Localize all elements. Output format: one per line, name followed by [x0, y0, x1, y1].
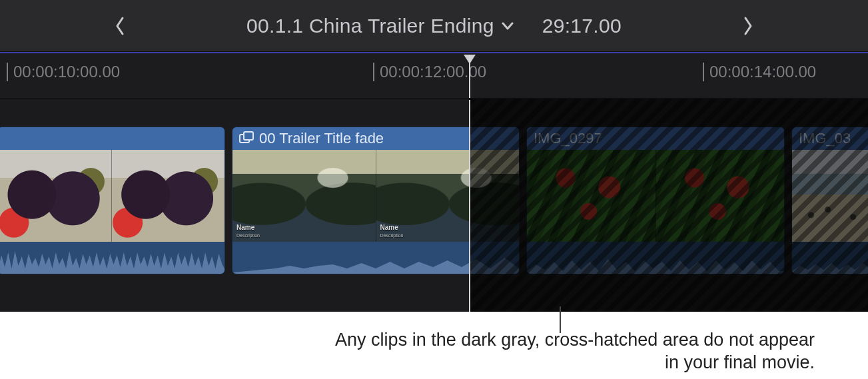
- clip-audio-waveform: [232, 242, 519, 274]
- clip-audio-waveform: [527, 242, 784, 274]
- clip-thumbnails: [527, 150, 784, 243]
- clip-titlebar: 00 Trailer Title fade: [232, 127, 519, 150]
- timeline-editor: 00.1.1 China Trailer Ending 29:17.00 00:…: [0, 0, 868, 312]
- ruler-mark: 00:00:14:00.00: [703, 63, 816, 81]
- clip-thumbnail: [527, 150, 656, 243]
- title-overlay-line2: Description: [236, 232, 260, 239]
- nav-next-button[interactable]: [728, 0, 768, 52]
- clip-title: 00 Trailer Title fade: [259, 127, 384, 150]
- waveform-icon: [0, 242, 224, 274]
- clip-thumbnail: [0, 150, 112, 243]
- project-title-button[interactable]: 00.1.1 China Trailer Ending: [246, 15, 514, 37]
- ruler-mark: 00:00:12:00.00: [373, 63, 486, 81]
- project-title: 00.1.1 China Trailer Ending: [246, 15, 494, 37]
- title-overlay: Name Description: [236, 224, 260, 239]
- project-duration: 29:17.00: [542, 15, 622, 37]
- timeline-clip[interactable]: [0, 127, 225, 274]
- timeline-clip[interactable]: 00 Trailer Title fade Name Description N…: [232, 127, 520, 274]
- clip-thumbnail: [656, 150, 785, 243]
- chevron-right-icon: [742, 16, 754, 36]
- waveform-icon: [527, 242, 784, 274]
- timeline-clip[interactable]: IMG_0297: [526, 127, 785, 274]
- title-overlay: Name Description: [380, 224, 404, 239]
- ruler-label: 00:00:14:00.00: [709, 63, 816, 81]
- clip-titlebar: [0, 127, 224, 150]
- ruler-mark: 00:00:10:00.00: [7, 63, 120, 81]
- title-area: 00.1.1 China Trailer Ending 29:17.00: [246, 15, 622, 37]
- timeline-ruler[interactable]: 00:00:10:00.00 00:00:12:00.00 00:00:14:0…: [0, 52, 868, 99]
- timeline-track-area[interactable]: 00 Trailer Title fade Name Description N…: [0, 99, 868, 312]
- clip-thumbnail: Name Description: [376, 150, 520, 243]
- chevron-left-icon: [114, 16, 126, 36]
- clip-title: IMG_0297: [534, 127, 602, 150]
- clip-thumbnails: [792, 150, 868, 243]
- clip-thumbnail: Name Description: [232, 150, 376, 243]
- clip-thumbnails: [0, 150, 224, 243]
- chevron-down-icon: [501, 21, 514, 31]
- svg-rect-1: [244, 132, 253, 140]
- clip-audio-waveform: [0, 242, 224, 274]
- title-overlay-line1: Name: [380, 224, 398, 231]
- ruler-label: 00:00:10:00.00: [13, 63, 120, 81]
- clip-titlebar: IMG_0297: [527, 127, 784, 150]
- clip-thumbnail: [112, 150, 225, 243]
- annotation-text: Any clips in the dark gray, cross-hatche…: [322, 329, 815, 374]
- clip-title: IMG_03: [799, 127, 851, 150]
- clip-audio-waveform: [792, 242, 868, 274]
- ruler-tick: [703, 63, 704, 81]
- timeline-clip[interactable]: IMG_03: [791, 127, 868, 274]
- annotation-callout: Any clips in the dark gray, cross-hatche…: [0, 314, 868, 378]
- nav-prev-button[interactable]: [100, 0, 140, 52]
- clip-thumbnail: [792, 150, 868, 243]
- primary-storyline: 00 Trailer Title fade Name Description N…: [0, 127, 868, 274]
- title-overlay-line1: Name: [236, 224, 254, 231]
- waveform-icon: [792, 242, 868, 274]
- compound-clip-icon: [239, 131, 254, 146]
- clip-thumbnails: Name Description Name Description: [232, 150, 519, 243]
- clip-titlebar: IMG_03: [792, 127, 868, 150]
- timeline-header: 00.1.1 China Trailer Ending 29:17.00: [0, 0, 868, 52]
- ruler-tick: [373, 63, 374, 81]
- ruler-tick: [7, 63, 8, 81]
- ruler-label: 00:00:12:00.00: [380, 63, 486, 81]
- title-overlay-line2: Description: [380, 232, 404, 239]
- waveform-icon: [232, 242, 519, 274]
